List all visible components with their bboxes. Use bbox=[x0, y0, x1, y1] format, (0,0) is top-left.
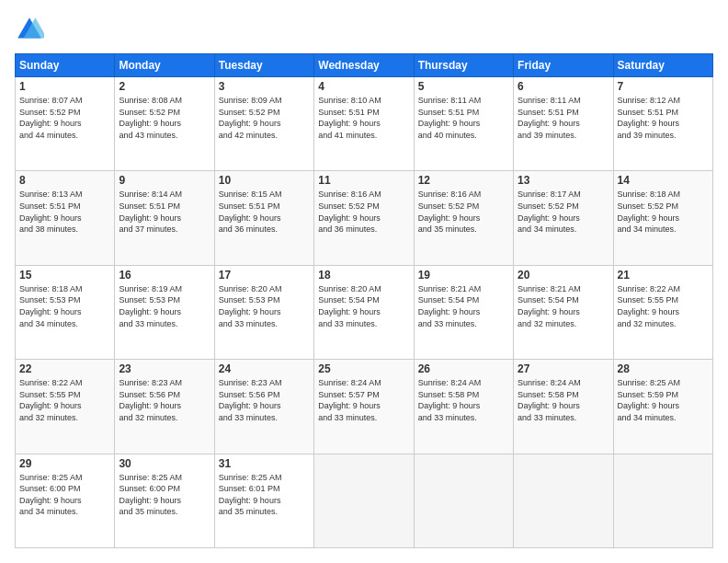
day-info: Sunrise: 8:19 AM Sunset: 5:53 PM Dayligh… bbox=[119, 283, 210, 329]
calendar-cell: 11Sunrise: 8:16 AM Sunset: 5:52 PM Dayli… bbox=[314, 171, 414, 265]
day-number: 29 bbox=[19, 457, 110, 470]
day-info: Sunrise: 8:25 AM Sunset: 5:59 PM Dayligh… bbox=[618, 377, 709, 423]
calendar-cell: 23Sunrise: 8:23 AM Sunset: 5:56 PM Dayli… bbox=[115, 360, 214, 454]
day-number: 22 bbox=[19, 362, 110, 375]
day-number: 1 bbox=[19, 80, 110, 93]
day-number: 27 bbox=[518, 362, 609, 375]
day-info: Sunrise: 8:20 AM Sunset: 5:53 PM Dayligh… bbox=[219, 283, 310, 329]
day-number: 14 bbox=[618, 174, 709, 187]
day-number: 8 bbox=[19, 174, 110, 187]
day-info: Sunrise: 8:09 AM Sunset: 5:52 PM Dayligh… bbox=[219, 95, 310, 141]
calendar-cell: 30Sunrise: 8:25 AM Sunset: 6:00 PM Dayli… bbox=[115, 454, 214, 547]
day-number: 19 bbox=[418, 269, 509, 282]
day-info: Sunrise: 8:15 AM Sunset: 5:51 PM Dayligh… bbox=[219, 189, 310, 235]
day-info: Sunrise: 8:21 AM Sunset: 5:54 PM Dayligh… bbox=[418, 283, 509, 329]
day-info: Sunrise: 8:25 AM Sunset: 6:00 PM Dayligh… bbox=[119, 472, 210, 518]
calendar-cell: 17Sunrise: 8:20 AM Sunset: 5:53 PM Dayli… bbox=[214, 265, 313, 359]
day-info: Sunrise: 8:20 AM Sunset: 5:54 PM Dayligh… bbox=[318, 283, 409, 329]
calendar-week-row: 22Sunrise: 8:22 AM Sunset: 5:55 PM Dayli… bbox=[16, 360, 713, 454]
day-info: Sunrise: 8:25 AM Sunset: 6:01 PM Dayligh… bbox=[219, 472, 310, 518]
calendar-cell: 22Sunrise: 8:22 AM Sunset: 5:55 PM Dayli… bbox=[16, 360, 115, 454]
day-info: Sunrise: 8:07 AM Sunset: 5:52 PM Dayligh… bbox=[19, 95, 110, 141]
day-number: 30 bbox=[119, 457, 210, 470]
day-info: Sunrise: 8:11 AM Sunset: 5:51 PM Dayligh… bbox=[518, 95, 609, 141]
day-number: 16 bbox=[119, 269, 210, 282]
weekday-header: Friday bbox=[514, 54, 613, 77]
day-number: 6 bbox=[518, 80, 609, 93]
calendar-cell: 29Sunrise: 8:25 AM Sunset: 6:00 PM Dayli… bbox=[16, 454, 115, 547]
weekday-header: Wednesday bbox=[314, 54, 414, 77]
day-info: Sunrise: 8:22 AM Sunset: 5:55 PM Dayligh… bbox=[19, 377, 110, 423]
day-number: 4 bbox=[318, 80, 409, 93]
day-info: Sunrise: 8:25 AM Sunset: 6:00 PM Dayligh… bbox=[19, 472, 110, 518]
day-number: 20 bbox=[518, 269, 609, 282]
calendar-cell: 31Sunrise: 8:25 AM Sunset: 6:01 PM Dayli… bbox=[214, 454, 313, 547]
calendar-cell: 18Sunrise: 8:20 AM Sunset: 5:54 PM Dayli… bbox=[314, 265, 414, 359]
weekday-header: Monday bbox=[115, 54, 214, 77]
calendar-cell: 8Sunrise: 8:13 AM Sunset: 5:51 PM Daylig… bbox=[16, 171, 115, 265]
day-number: 24 bbox=[219, 362, 310, 375]
day-number: 13 bbox=[518, 174, 609, 187]
calendar-cell: 12Sunrise: 8:16 AM Sunset: 5:52 PM Dayli… bbox=[414, 171, 513, 265]
day-number: 21 bbox=[618, 269, 709, 282]
weekday-header: Tuesday bbox=[214, 54, 313, 77]
day-number: 11 bbox=[318, 174, 409, 187]
day-info: Sunrise: 8:24 AM Sunset: 5:58 PM Dayligh… bbox=[518, 377, 609, 423]
calendar-cell: 19Sunrise: 8:21 AM Sunset: 5:54 PM Dayli… bbox=[414, 265, 513, 359]
calendar-week-row: 8Sunrise: 8:13 AM Sunset: 5:51 PM Daylig… bbox=[16, 171, 713, 265]
day-number: 2 bbox=[119, 80, 210, 93]
day-info: Sunrise: 8:21 AM Sunset: 5:54 PM Dayligh… bbox=[518, 283, 609, 329]
day-info: Sunrise: 8:17 AM Sunset: 5:52 PM Dayligh… bbox=[518, 189, 609, 235]
calendar-cell: 6Sunrise: 8:11 AM Sunset: 5:51 PM Daylig… bbox=[514, 77, 613, 171]
calendar-cell: 9Sunrise: 8:14 AM Sunset: 5:51 PM Daylig… bbox=[115, 171, 214, 265]
day-number: 31 bbox=[219, 457, 310, 470]
calendar-cell: 13Sunrise: 8:17 AM Sunset: 5:52 PM Dayli… bbox=[514, 171, 613, 265]
calendar-cell: 14Sunrise: 8:18 AM Sunset: 5:52 PM Dayli… bbox=[613, 171, 712, 265]
logo bbox=[15, 15, 48, 44]
calendar-cell: 24Sunrise: 8:23 AM Sunset: 5:56 PM Dayli… bbox=[214, 360, 313, 454]
calendar-week-row: 1Sunrise: 8:07 AM Sunset: 5:52 PM Daylig… bbox=[16, 77, 713, 171]
day-number: 3 bbox=[219, 80, 310, 93]
calendar-cell: 16Sunrise: 8:19 AM Sunset: 5:53 PM Dayli… bbox=[115, 265, 214, 359]
day-info: Sunrise: 8:10 AM Sunset: 5:51 PM Dayligh… bbox=[318, 95, 409, 141]
calendar-week-row: 29Sunrise: 8:25 AM Sunset: 6:00 PM Dayli… bbox=[16, 454, 713, 547]
calendar-header-row: SundayMondayTuesdayWednesdayThursdayFrid… bbox=[16, 54, 713, 77]
day-number: 9 bbox=[119, 174, 210, 187]
day-info: Sunrise: 8:18 AM Sunset: 5:52 PM Dayligh… bbox=[618, 189, 709, 235]
day-number: 17 bbox=[219, 269, 310, 282]
calendar-cell: 20Sunrise: 8:21 AM Sunset: 5:54 PM Dayli… bbox=[514, 265, 613, 359]
calendar-cell: 2Sunrise: 8:08 AM Sunset: 5:52 PM Daylig… bbox=[115, 77, 214, 171]
day-number: 26 bbox=[418, 362, 509, 375]
day-info: Sunrise: 8:14 AM Sunset: 5:51 PM Dayligh… bbox=[119, 189, 210, 235]
calendar-cell: 4Sunrise: 8:10 AM Sunset: 5:51 PM Daylig… bbox=[314, 77, 414, 171]
calendar-cell: 1Sunrise: 8:07 AM Sunset: 5:52 PM Daylig… bbox=[16, 77, 115, 171]
day-number: 28 bbox=[618, 362, 709, 375]
day-info: Sunrise: 8:24 AM Sunset: 5:58 PM Dayligh… bbox=[418, 377, 509, 423]
calendar-cell: 7Sunrise: 8:12 AM Sunset: 5:51 PM Daylig… bbox=[613, 77, 712, 171]
calendar-cell: 5Sunrise: 8:11 AM Sunset: 5:51 PM Daylig… bbox=[414, 77, 513, 171]
calendar-week-row: 15Sunrise: 8:18 AM Sunset: 5:53 PM Dayli… bbox=[16, 265, 713, 359]
day-info: Sunrise: 8:23 AM Sunset: 5:56 PM Dayligh… bbox=[119, 377, 210, 423]
calendar-cell: 27Sunrise: 8:24 AM Sunset: 5:58 PM Dayli… bbox=[514, 360, 613, 454]
day-info: Sunrise: 8:11 AM Sunset: 5:51 PM Dayligh… bbox=[418, 95, 509, 141]
day-number: 7 bbox=[618, 80, 709, 93]
day-info: Sunrise: 8:12 AM Sunset: 5:51 PM Dayligh… bbox=[618, 95, 709, 141]
day-number: 18 bbox=[318, 269, 409, 282]
calendar-cell: 25Sunrise: 8:24 AM Sunset: 5:57 PM Dayli… bbox=[314, 360, 414, 454]
day-number: 5 bbox=[418, 80, 509, 93]
calendar-cell bbox=[613, 454, 712, 547]
day-number: 25 bbox=[318, 362, 409, 375]
day-info: Sunrise: 8:13 AM Sunset: 5:51 PM Dayligh… bbox=[19, 189, 110, 235]
calendar-cell: 28Sunrise: 8:25 AM Sunset: 5:59 PM Dayli… bbox=[613, 360, 712, 454]
day-info: Sunrise: 8:08 AM Sunset: 5:52 PM Dayligh… bbox=[119, 95, 210, 141]
day-info: Sunrise: 8:23 AM Sunset: 5:56 PM Dayligh… bbox=[219, 377, 310, 423]
day-info: Sunrise: 8:22 AM Sunset: 5:55 PM Dayligh… bbox=[618, 283, 709, 329]
day-number: 15 bbox=[19, 269, 110, 282]
calendar-cell bbox=[314, 454, 414, 547]
calendar-cell: 15Sunrise: 8:18 AM Sunset: 5:53 PM Dayli… bbox=[16, 265, 115, 359]
weekday-header: Saturday bbox=[613, 54, 712, 77]
day-number: 10 bbox=[219, 174, 310, 187]
calendar-cell bbox=[514, 454, 613, 547]
calendar-cell bbox=[414, 454, 513, 547]
header bbox=[15, 15, 713, 44]
